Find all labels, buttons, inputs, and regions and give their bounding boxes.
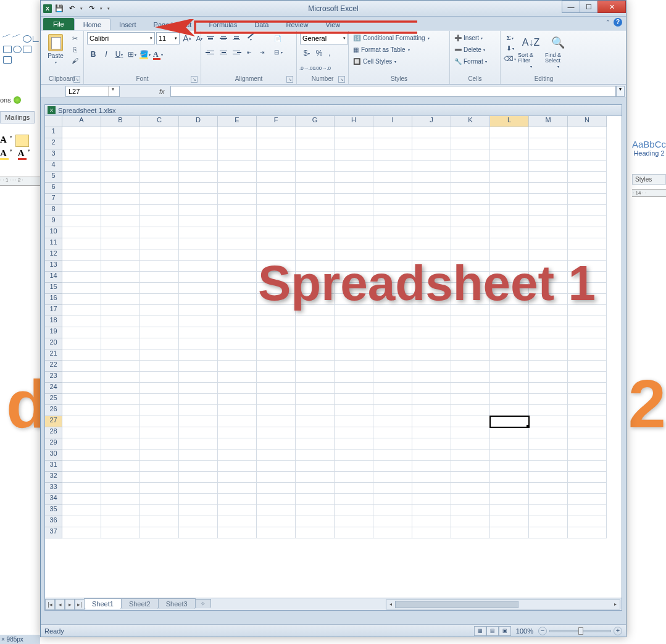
cell-A10[interactable]	[62, 227, 101, 238]
cell-G3[interactable]	[296, 149, 335, 161]
cell-F19[interactable]	[257, 327, 296, 338]
cell-F5[interactable]	[257, 172, 296, 183]
cell-G10[interactable]	[296, 227, 335, 238]
cell-L19[interactable]	[490, 327, 529, 338]
cell-J14[interactable]	[412, 272, 451, 283]
cell-F27[interactable]	[257, 416, 296, 427]
cell-G21[interactable]	[296, 349, 335, 361]
cell-M11[interactable]	[529, 238, 568, 249]
cell-N14[interactable]	[568, 272, 607, 283]
cell-M35[interactable]	[529, 505, 568, 516]
cell-G2[interactable]	[296, 138, 335, 149]
cell-L1[interactable]	[490, 127, 529, 138]
row-header-4[interactable]: 4	[45, 161, 62, 172]
formula-bar[interactable]	[170, 86, 616, 97]
row-header-17[interactable]: 17	[45, 305, 62, 316]
cell-M33[interactable]	[529, 483, 568, 494]
increase-indent[interactable]: ⇥	[256, 46, 268, 59]
cell-B10[interactable]	[101, 227, 140, 238]
cell-G26[interactable]	[296, 405, 335, 416]
cell-L31[interactable]	[490, 461, 529, 472]
cell-N12[interactable]	[568, 249, 607, 261]
cell-E27[interactable]	[218, 416, 257, 427]
cell-F8[interactable]	[257, 205, 296, 216]
cell-J18[interactable]	[412, 316, 451, 327]
cell-I27[interactable]	[373, 416, 412, 427]
cell-M27[interactable]	[529, 416, 568, 427]
copy-button[interactable]: ⎘	[69, 44, 80, 54]
cell-G24[interactable]	[296, 383, 335, 394]
cell-I29[interactable]	[373, 438, 412, 450]
cell-E9[interactable]	[218, 216, 257, 227]
cell-H7[interactable]	[335, 194, 373, 205]
cell-J17[interactable]	[412, 305, 451, 316]
cell-D37[interactable]	[179, 527, 218, 538]
cell-E22[interactable]	[218, 361, 257, 372]
cell-B33[interactable]	[101, 483, 140, 494]
cell-L15[interactable]	[490, 283, 529, 294]
name-box[interactable]: L27▾	[65, 86, 120, 97]
cell-E30[interactable]	[218, 450, 257, 461]
decrease-decimal[interactable]: .00→.0	[315, 62, 330, 74]
cell-M34[interactable]	[529, 494, 568, 505]
row-header-28[interactable]: 28	[45, 427, 62, 438]
redo-dropdown[interactable]: ▾	[99, 6, 104, 11]
cell-B17[interactable]	[101, 305, 140, 316]
cell-G35[interactable]	[296, 505, 335, 516]
cell-D11[interactable]	[179, 238, 218, 249]
cell-L4[interactable]	[490, 161, 529, 172]
sort-filter-button[interactable]: A↓Z Sort & Filter▾	[518, 32, 544, 69]
cell-D5[interactable]	[179, 172, 218, 183]
cell-F26[interactable]	[257, 405, 296, 416]
cell-L20[interactable]	[490, 338, 529, 349]
cell-F34[interactable]	[257, 494, 296, 505]
cell-L2[interactable]	[490, 138, 529, 149]
zoom-slider[interactable]	[549, 630, 611, 632]
cell-G25[interactable]	[296, 394, 335, 405]
cell-K35[interactable]	[451, 505, 490, 516]
cell-H28[interactable]	[335, 427, 373, 438]
cell-B1[interactable]	[101, 127, 140, 138]
insert-cells[interactable]: ➕Insert▾	[453, 32, 484, 44]
cell-N11[interactable]	[568, 238, 607, 249]
cell-I14[interactable]	[373, 272, 412, 283]
cell-G14[interactable]	[296, 272, 335, 283]
cell-B7[interactable]	[101, 194, 140, 205]
number-launcher[interactable]: ↘	[338, 76, 345, 83]
cell-J6[interactable]	[412, 183, 451, 194]
align-left[interactable]	[204, 46, 217, 59]
cell-K5[interactable]	[451, 172, 490, 183]
cell-A8[interactable]	[62, 205, 101, 216]
cell-H12[interactable]	[335, 249, 373, 261]
cell-N26[interactable]	[568, 405, 607, 416]
cell-G7[interactable]	[296, 194, 335, 205]
cell-C4[interactable]	[140, 161, 179, 172]
cell-C21[interactable]	[140, 349, 179, 361]
cell-I11[interactable]	[373, 238, 412, 249]
cell-M22[interactable]	[529, 361, 568, 372]
cell-E28[interactable]	[218, 427, 257, 438]
cell-B30[interactable]	[101, 450, 140, 461]
align-bottom[interactable]	[230, 32, 243, 44]
cell-B24[interactable]	[101, 383, 140, 394]
cell-F1[interactable]	[257, 127, 296, 138]
cell-J30[interactable]	[412, 450, 451, 461]
row-header-35[interactable]: 35	[45, 505, 62, 516]
cell-B27[interactable]	[101, 416, 140, 427]
cell-H30[interactable]	[335, 450, 373, 461]
cell-D12[interactable]	[179, 249, 218, 261]
cell-I37[interactable]	[373, 527, 412, 538]
cell-H20[interactable]	[335, 338, 373, 349]
cell-L26[interactable]	[490, 405, 529, 416]
cell-E36[interactable]	[218, 516, 257, 527]
cell-G28[interactable]	[296, 427, 335, 438]
save-button[interactable]: 💾	[54, 4, 64, 14]
paste-button[interactable]: Paste ▾	[44, 32, 67, 64]
cell-J13[interactable]	[412, 261, 451, 272]
cell-B18[interactable]	[101, 316, 140, 327]
cell-A35[interactable]	[62, 505, 101, 516]
cell-B26[interactable]	[101, 405, 140, 416]
cell-K23[interactable]	[451, 372, 490, 383]
align-right[interactable]	[230, 46, 243, 59]
bold-button[interactable]: B	[87, 48, 99, 61]
